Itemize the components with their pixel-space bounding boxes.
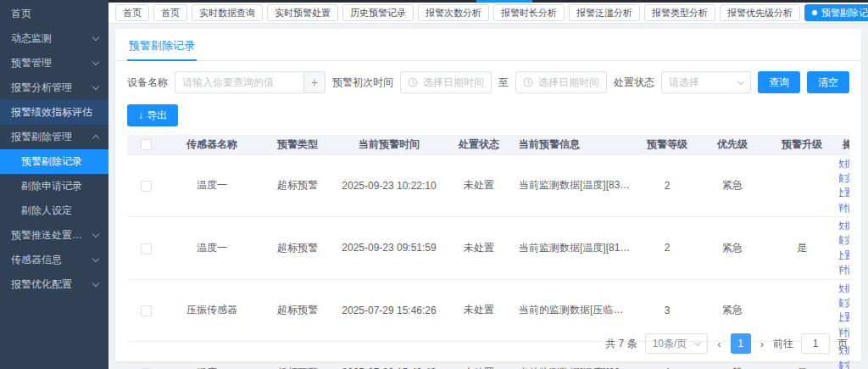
data-link[interactable]: 数据 [839,158,849,170]
chevron-down-icon [92,280,99,287]
data-link[interactable]: 数据 [839,282,849,294]
top-tab[interactable]: 报警优先级分析 [720,4,800,21]
sidebar-item[interactable]: 报警绩效指标评估 [0,100,108,125]
page-unit-label: 页 [837,337,848,351]
clock-icon [408,77,418,87]
sidebar-item[interactable]: 首页 [0,2,108,26]
export-button[interactable]: ↓导出 [127,104,178,126]
top-tab[interactable]: 实时预警处置 [267,4,338,21]
handle-link[interactable]: 处置 [839,187,849,198]
top-tab-label: 预警剔除记录 [821,7,868,20]
cell-alert-type: 超标预警 [259,217,336,280]
cell-upgrade [765,154,839,217]
page-size-select[interactable]: 10条/页 [645,333,709,354]
top-tab-label: 报警类型分析 [652,7,708,20]
first-time-end-input[interactable]: 选择日期时间 [515,71,607,93]
sidebar-item-label: 动态监测 [11,31,52,46]
download-icon: ↓ [138,109,143,121]
filter-bar: 设备名称 + 预警初次时间 选择日期时间 至 选择日期时间 处置状态 请选 [127,71,849,93]
plus-icon: + [311,75,318,89]
date-placeholder: 选择日期时间 [538,75,599,90]
search-button[interactable]: 查询 [758,71,800,93]
cell-handle-status: 未处置 [442,217,515,280]
cell-actions: 数据核实处置详情 [839,279,849,342]
column-header: 处置状态 [442,135,515,154]
cell-alert-time: 2025-09-23 10:22:10 [336,154,442,217]
cell-upgrade [765,279,839,342]
handle-link[interactable]: 处置 [839,311,849,323]
cell-alert-type: 超标预警 [259,342,336,369]
handle-link[interactable]: 处置 [839,249,849,261]
status-select[interactable]: 请选择 [661,71,751,93]
verify-link[interactable]: 核实 [839,297,849,309]
top-tab[interactable]: 实时数据查询 [192,4,263,21]
top-tab[interactable]: 报警泛滥分析 [569,4,640,21]
sidebar-subitem[interactable]: 剔除申请记录 [0,174,108,198]
sidebar-item[interactable]: 报警分析管理 [0,75,108,100]
column-header: 操作 [839,135,849,154]
top-tab[interactable]: 首页 [153,4,187,21]
column-header: 当前预警时间 [336,135,442,154]
cell-alert-type: 超标预警 [259,154,336,217]
top-tab[interactable]: 报警时长分析 [493,4,565,21]
page-number-1[interactable]: 1 [731,333,751,354]
active-tab-indicator [476,0,532,3]
row-checkbox[interactable] [141,181,152,192]
top-tab[interactable]: 报警次数分析 [418,4,489,21]
data-link[interactable]: 数据 [839,220,849,232]
add-device-button[interactable]: + [303,71,326,93]
cell-actions: 数据核实处置详情 [839,217,849,280]
sidebar-subitem[interactable]: 剔除人设定 [0,198,108,223]
row-select-cell [127,154,164,217]
next-page-button[interactable]: › [759,338,765,350]
sidebar-item[interactable]: 报警优化配置 [0,272,108,297]
clear-button[interactable]: 清空 [807,71,849,93]
detail-link[interactable]: 详情 [839,202,849,214]
cell-handle-status: 未处置 [442,279,515,342]
sidebar-item[interactable]: 动态监测 [0,26,108,51]
chevron-down-icon [694,338,701,345]
top-tab[interactable]: 历史预警记录 [342,4,414,21]
sidebar-item[interactable]: 预警管理 [0,51,108,75]
column-header: 预警等级 [634,135,700,154]
select-all-checkbox[interactable] [141,139,152,150]
verify-link[interactable]: 核实 [839,172,849,184]
device-name-input[interactable] [175,71,303,93]
main-area: 首页首页实时数据查询实时预警处置历史预警记录报警次数分析报警时长分析报警泛滥分析… [108,0,868,369]
column-header: 传感器名称 [164,135,259,154]
sidebar-item-label: 预警推送处置配置 [11,228,88,243]
verify-link[interactable]: 核实 [839,234,849,246]
row-checkbox[interactable] [141,243,152,254]
prev-page-button[interactable]: ‹ [715,338,722,350]
sidebar-item[interactable]: 预警推送处置配置 [0,223,108,248]
device-name-label: 设备名称 [127,75,168,90]
first-time-start-input[interactable]: 选择日期时间 [400,71,492,93]
status-label: 处置状态 [614,75,654,90]
sidebar-item[interactable]: 传感器信息 [0,248,108,272]
row-select-cell [127,279,164,342]
top-tab-label: 报警优先级分析 [727,7,793,20]
action-links: 数据核实处置详情 [843,218,846,278]
tab-removal-records[interactable]: 预警剔除记录 [127,36,197,61]
top-tab[interactable]: 首页 [115,4,149,21]
top-tab[interactable]: 报警类型分析 [644,4,715,21]
detail-link[interactable]: 详情 [839,264,849,276]
top-tab-label: 历史预警记录 [350,7,406,20]
sidebar-item-label: 首页 [11,7,31,21]
goto-page-input[interactable] [801,333,830,354]
top-tab-label: 实时数据查询 [199,7,255,20]
sidebar-subitem[interactable]: 预警剔除记录 [0,149,108,174]
cell-sensor-name: 温度一 [164,217,259,280]
row-checkbox[interactable] [141,305,152,316]
content-area: 预警剔除记录 设备名称 + 预警初次时间 选择日期时间 至 选择日期时间 [108,24,868,369]
sidebar-item-label: 预警管理 [11,56,52,70]
sidebar-item[interactable]: 报警剔除管理 [0,125,108,149]
chevron-down-icon [92,255,99,262]
table-row: 温度一超标预警2025-09-23 10:22:10未处置当前监测数据[温度][… [127,154,849,217]
verify-link[interactable]: 核实 [839,360,849,369]
clock-icon [523,77,533,87]
top-tab-label: 报警泛滥分析 [576,7,632,20]
cell-priority: 紧急 [700,154,765,217]
top-tab[interactable]: 预警剔除记录× [804,4,868,21]
cell-priority: 紧急 [700,217,765,280]
